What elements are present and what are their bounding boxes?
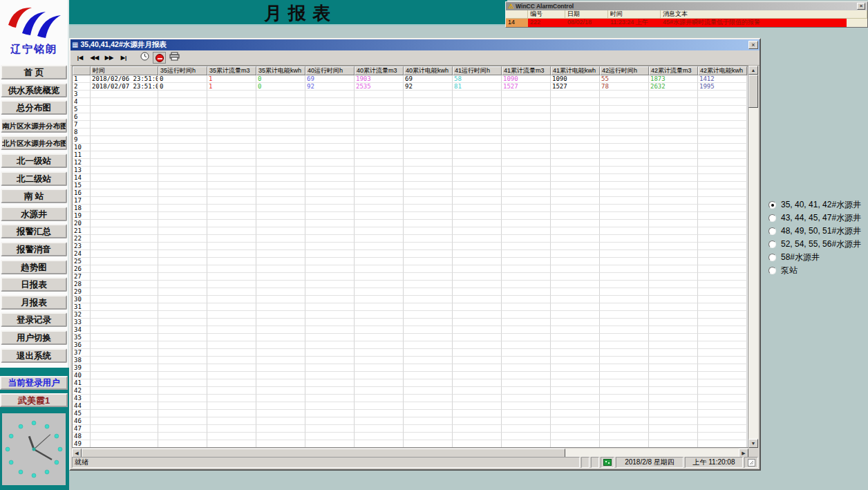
table-row[interactable]: 16 xyxy=(73,189,748,197)
table-row[interactable]: 37 xyxy=(73,349,748,357)
table-row[interactable]: 7 xyxy=(73,121,748,129)
table-row[interactable]: 40 xyxy=(73,372,748,379)
radio-option[interactable]: 58#水源井 xyxy=(768,251,861,264)
alarm-row[interactable]: 14 222 08/02/18 11:23:24 上午 45#水源井瞬时流量低于… xyxy=(506,19,867,27)
sidebar-item[interactable]: 北二级站 xyxy=(1,171,67,186)
table-row[interactable]: 3 xyxy=(73,91,748,98)
table-row[interactable]: 18 xyxy=(73,205,748,212)
table-row[interactable]: 43 xyxy=(73,395,748,402)
table-row[interactable]: 44 xyxy=(73,402,748,410)
print-button[interactable] xyxy=(168,52,180,64)
table-row[interactable]: 4 xyxy=(73,98,748,106)
radio-option[interactable]: 43, 44, 45, 47#水源井 xyxy=(768,211,861,225)
cell-value xyxy=(256,357,305,364)
table-row[interactable]: 34 xyxy=(73,326,748,334)
sidebar-item[interactable]: 用户切换 xyxy=(1,330,67,345)
radio-button[interactable] xyxy=(768,201,776,209)
table-row[interactable]: 5 xyxy=(73,106,748,113)
table-row[interactable]: 30 xyxy=(73,296,748,303)
table-row[interactable]: 32 xyxy=(73,311,748,319)
first-record-button[interactable]: |◀ xyxy=(74,52,86,64)
table-row[interactable]: 28 xyxy=(73,281,748,288)
sidebar-item[interactable]: 报警汇总 xyxy=(1,224,67,238)
table-row[interactable]: 25 xyxy=(73,258,748,265)
sidebar-item[interactable]: 供水系统概览 xyxy=(1,83,67,97)
table-row[interactable]: 9 xyxy=(73,136,748,144)
cell-value: 69 xyxy=(404,75,453,83)
table-row[interactable]: 48 xyxy=(73,433,748,440)
table-row[interactable]: 46 xyxy=(73,417,748,425)
cell-value xyxy=(502,387,551,395)
next-page-button[interactable]: ▶▶ xyxy=(103,52,115,64)
table-row[interactable]: 23 xyxy=(73,243,748,250)
sidebar-item[interactable]: 南片区水源井分布图 xyxy=(1,118,67,133)
table-row[interactable]: 33 xyxy=(73,319,748,326)
radio-button[interactable] xyxy=(768,227,776,235)
sidebar-item[interactable]: 月报表 xyxy=(1,295,67,310)
table-row[interactable]: 36 xyxy=(73,341,748,349)
vertical-scrollbar[interactable]: ▲ ▼ xyxy=(748,66,758,448)
sidebar-item[interactable]: 报警消音 xyxy=(1,242,67,256)
cell-value xyxy=(404,121,453,129)
sidebar-item[interactable]: 日报表 xyxy=(1,277,67,292)
table-row[interactable]: 49 xyxy=(73,440,748,448)
table-row[interactable]: 22 xyxy=(73,235,748,243)
table-row[interactable]: 10 xyxy=(73,144,748,151)
table-row[interactable]: 29 xyxy=(73,288,748,296)
table-row[interactable]: 6 xyxy=(73,113,748,121)
table-row[interactable]: 41 xyxy=(73,379,748,387)
table-row[interactable]: 47 xyxy=(73,425,748,433)
window-close-icon[interactable]: × xyxy=(748,41,758,49)
table-row[interactable]: 42 xyxy=(73,387,748,395)
table-row[interactable]: 21 xyxy=(73,227,748,235)
current-user-button[interactable]: 武美霞1 xyxy=(0,393,68,407)
radio-button[interactable] xyxy=(768,254,776,261)
table-row[interactable]: 22018/02/07 23:51:0001092253592811527152… xyxy=(73,83,748,91)
prev-page-button[interactable]: ◀◀ xyxy=(88,52,101,64)
table-row[interactable]: 12018/02/06 23:51:0001069190369581090109… xyxy=(73,75,748,83)
sidebar-item[interactable]: 北片区水源井分布图 xyxy=(1,135,67,150)
sidebar-item[interactable]: 总分布图 xyxy=(1,100,67,115)
alarm-close-icon[interactable]: × xyxy=(857,3,865,10)
sidebar-item[interactable]: 南 站 xyxy=(1,189,67,203)
table-row[interactable]: 15 xyxy=(73,182,748,189)
stop-update-button[interactable] xyxy=(153,52,166,64)
radio-option[interactable]: 35, 40, 41, 42#水源井 xyxy=(768,198,861,211)
table-row[interactable]: 27 xyxy=(73,273,748,281)
table-row[interactable]: 26 xyxy=(73,265,748,273)
table-row[interactable]: 13 xyxy=(73,167,748,174)
sidebar-item[interactable]: 水源井 xyxy=(1,207,67,221)
table-row[interactable]: 12 xyxy=(73,159,748,167)
window-titlebar[interactable]: ▦ 35,40,41,42#水源井月报表 × xyxy=(70,39,760,50)
table-row[interactable]: 35 xyxy=(73,334,748,341)
table-row[interactable]: 19 xyxy=(73,212,748,220)
table-row[interactable]: 24 xyxy=(73,250,748,258)
vertical-scroll-thumb[interactable] xyxy=(748,75,758,108)
table-row[interactable]: 17 xyxy=(73,197,748,205)
table-row[interactable]: 8 xyxy=(73,129,748,136)
cell-value xyxy=(600,258,649,265)
sidebar-item[interactable]: 退出系统 xyxy=(1,348,67,363)
scroll-down-icon[interactable]: ▼ xyxy=(748,439,758,448)
table-row[interactable]: 11 xyxy=(73,151,748,159)
last-record-button[interactable]: ▶| xyxy=(117,52,130,64)
sidebar-item[interactable]: 北一级站 xyxy=(1,153,67,168)
table-row[interactable]: 20 xyxy=(73,220,748,227)
table-row[interactable]: 31 xyxy=(73,303,748,311)
radio-option[interactable]: 48, 49, 50, 51#水源井 xyxy=(768,225,861,238)
scroll-up-icon[interactable]: ▲ xyxy=(748,66,758,75)
table-row[interactable]: 45 xyxy=(73,410,748,417)
radio-option[interactable]: 52, 54, 55, 56#水源井 xyxy=(768,238,861,251)
table-row[interactable]: 38 xyxy=(73,357,748,364)
radio-button[interactable] xyxy=(768,214,776,222)
cell-value xyxy=(502,227,551,235)
radio-button[interactable] xyxy=(768,267,776,274)
table-row[interactable]: 39 xyxy=(73,364,748,372)
time-range-button[interactable] xyxy=(138,52,151,64)
sidebar-item[interactable]: 登录记录 xyxy=(1,312,67,327)
radio-button[interactable] xyxy=(768,241,776,248)
sidebar-item[interactable]: 首 页 xyxy=(1,65,67,79)
table-row[interactable]: 14 xyxy=(73,174,748,182)
sidebar-item[interactable]: 趋势图 xyxy=(1,260,67,274)
radio-option[interactable]: 泵站 xyxy=(768,264,861,277)
